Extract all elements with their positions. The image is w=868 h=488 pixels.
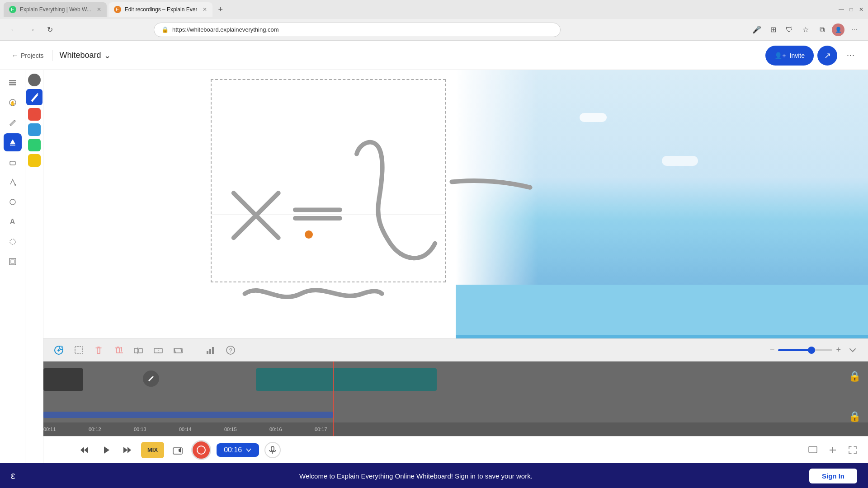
svg-point-6 <box>14 184 16 186</box>
edit-recording-button[interactable] <box>51 342 67 358</box>
back-to-projects-button[interactable]: ← Projects <box>7 49 48 62</box>
collections-icon[interactable]: ⧉ <box>816 23 828 36</box>
time-display[interactable]: 00:16 <box>217 443 259 457</box>
refresh-button[interactable]: ↻ <box>43 23 56 36</box>
timeline-section: ? − + <box>43 338 868 463</box>
sticker-tool[interactable] <box>4 233 22 251</box>
color-black-pen[interactable] <box>26 89 42 105</box>
time-marker-3: 00:14 <box>179 427 192 432</box>
invite-label: Invite <box>790 52 805 59</box>
record-button[interactable] <box>191 440 211 460</box>
extensions-icon[interactable]: ⊞ <box>767 23 779 36</box>
highlighter-tool[interactable] <box>4 133 22 151</box>
left-toolbar: ✋ A <box>0 70 25 463</box>
delete-all-button[interactable] <box>110 342 127 358</box>
more-options-button[interactable]: ··· <box>841 46 861 66</box>
fullscreen-button[interactable] <box>844 442 861 458</box>
timeline-dropdown-button[interactable] <box>844 342 861 358</box>
address-bar: ← → ↻ 🔒 https://whiteboard.explaineveryt… <box>0 19 868 41</box>
play-button[interactable] <box>98 442 114 458</box>
mix-button[interactable]: MIX <box>141 442 164 458</box>
color-dark-gray[interactable] <box>28 74 41 86</box>
time-marker-1: 00:12 <box>89 427 101 432</box>
user-avatar[interactable]: 👤 <box>832 23 844 36</box>
microphone-button[interactable] <box>264 442 281 458</box>
tab-close-1[interactable]: ✕ <box>97 6 101 13</box>
minimize-button[interactable]: — <box>838 6 844 13</box>
banner-message: Welcome to Explain Everything Online Whi… <box>23 472 809 480</box>
browser-tab-2[interactable]: E Edit recordings – Explain Everyth... ✕ <box>108 2 212 17</box>
tab-close-2[interactable]: ✕ <box>203 6 207 13</box>
url-icon: 🔒 <box>161 26 169 33</box>
tab-label-1: Explain Everything | Web W... <box>20 6 91 13</box>
pencil-edit-overlay[interactable] <box>143 371 159 387</box>
shapes-tool[interactable] <box>4 193 22 211</box>
zoom-slider-thumb[interactable] <box>808 347 815 354</box>
color-blue[interactable] <box>28 123 41 136</box>
color-palette <box>25 70 43 463</box>
share-icon: ↗ <box>824 51 831 61</box>
secondary-track[interactable] <box>43 412 333 418</box>
back-button[interactable]: ← <box>7 23 20 36</box>
timeline-tracks[interactable]: 🔒 🔒 00:11 00:12 00:13 00:14 00:15 00:16 … <box>43 361 868 436</box>
zoom-slider[interactable] <box>778 349 832 351</box>
color-red[interactable] <box>28 108 41 121</box>
select-tool-button[interactable] <box>71 342 87 358</box>
scene-button[interactable] <box>805 442 821 458</box>
url-bar[interactable]: 🔒 https://whiteboard.explaineverything.c… <box>154 23 561 37</box>
frame-tool[interactable] <box>4 253 22 271</box>
color-yellow[interactable] <box>28 154 41 167</box>
help-button[interactable]: ? <box>222 342 239 358</box>
new-tab-button[interactable]: + <box>214 3 227 16</box>
close-button[interactable]: ✕ <box>858 6 864 13</box>
browser-tab-1[interactable]: E Explain Everything | Web W... ✕ <box>4 2 107 17</box>
shield-icon[interactable]: 🛡 <box>783 23 796 36</box>
canvas-and-timeline: ? − + <box>43 70 868 463</box>
svg-rect-18 <box>139 348 142 353</box>
clip-teal[interactable] <box>256 368 437 391</box>
merge-clips-button[interactable] <box>150 342 166 358</box>
svg-rect-0 <box>9 80 16 81</box>
hand-tool[interactable]: ✋ <box>4 94 22 112</box>
delete-clip-button[interactable] <box>90 342 107 358</box>
zoom-out-icon[interactable]: − <box>770 345 775 355</box>
time-marker-4: 00:15 <box>224 427 237 432</box>
split-clip-button[interactable] <box>130 342 146 358</box>
forward-button[interactable]: → <box>25 23 38 36</box>
eraser-tool[interactable] <box>4 153 22 171</box>
share-button[interactable]: ↗ <box>817 46 837 66</box>
favorites-icon[interactable]: ☆ <box>799 23 812 36</box>
fill-tool[interactable] <box>4 173 22 191</box>
svg-point-8 <box>10 239 15 244</box>
maximize-button[interactable]: □ <box>848 6 854 13</box>
url-text: https://whiteboard.explaineverything.com <box>172 26 279 33</box>
record-inner-dot <box>197 446 206 455</box>
nav-right: 👤+ Invite ↗ ··· <box>765 46 861 66</box>
sign-in-button[interactable]: Sign In <box>809 469 857 483</box>
svg-rect-2 <box>9 84 16 85</box>
canvas-area[interactable] <box>43 70 868 338</box>
trim-button[interactable] <box>170 342 186 358</box>
svg-rect-17 <box>134 348 138 353</box>
camera-button[interactable] <box>170 442 186 458</box>
rewind-button[interactable] <box>76 442 92 458</box>
microphone-icon[interactable]: 🎤 <box>750 23 763 36</box>
zoom-in-icon[interactable]: + <box>836 345 841 355</box>
playhead[interactable] <box>333 361 334 436</box>
pen-tool[interactable] <box>4 113 22 131</box>
browser-more-icon[interactable]: ··· <box>848 23 861 36</box>
clip-black-1[interactable] <box>43 368 83 391</box>
svg-marker-34 <box>127 447 131 453</box>
layers-tool[interactable] <box>4 74 22 92</box>
invite-button[interactable]: 👤+ Invite <box>765 46 814 66</box>
fast-forward-button[interactable] <box>119 442 136 458</box>
color-green[interactable] <box>28 139 41 151</box>
app-nav: ← Projects Whiteboard ⌄ 👤+ Invite ↗ ··· <box>0 41 868 70</box>
pb-right-controls <box>805 442 868 458</box>
chart-button[interactable] <box>203 342 219 358</box>
canvas-drawing <box>43 70 868 338</box>
svg-marker-32 <box>104 446 109 454</box>
whiteboard-dropdown[interactable]: Whiteboard ⌄ <box>56 49 114 62</box>
add-scene-button[interactable] <box>825 442 841 458</box>
text-tool[interactable]: A <box>4 213 22 231</box>
